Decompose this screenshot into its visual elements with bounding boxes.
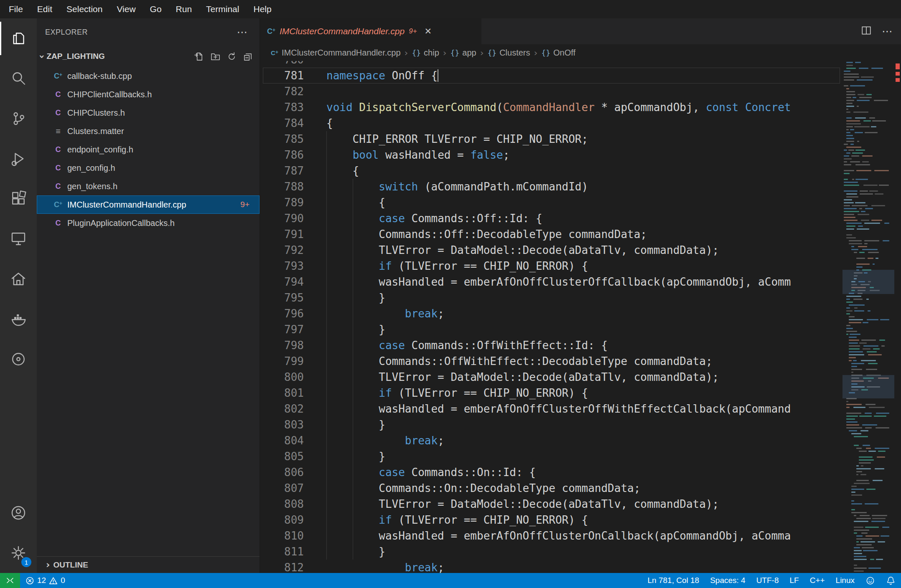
code-line[interactable]: 799 Commands::OffWithEffect::DecodableTy…	[260, 353, 842, 369]
activity-accounts[interactable]	[0, 493, 37, 533]
code-line[interactable]: 800 TLVError = DataModel::Decode(aDataTl…	[260, 369, 842, 385]
sidebar-title: EXPLORER	[45, 28, 88, 37]
breadcrumb-item[interactable]: {}chip	[412, 48, 439, 58]
code-line[interactable]: 797 }	[260, 322, 842, 337]
activity-source-control[interactable]	[0, 99, 37, 139]
new-file-icon[interactable]	[194, 52, 204, 61]
file-item[interactable]: Cgen_config.h	[37, 159, 260, 177]
indentation[interactable]: Spaces: 4	[705, 573, 751, 588]
code-line[interactable]: 806 case Commands::On::Id: {	[260, 464, 842, 480]
code-line[interactable]: 793 if (TLVError == CHIP_NO_ERROR) {	[260, 258, 842, 274]
remote-os[interactable]: Linux	[830, 573, 860, 588]
code-line[interactable]: 780	[260, 61, 842, 68]
menu-file[interactable]: File	[2, 0, 30, 18]
menu-terminal[interactable]: Terminal	[199, 0, 246, 18]
code-line[interactable]: 804 break;	[260, 433, 842, 449]
remote-indicator[interactable]	[0, 573, 20, 588]
menu-view[interactable]: View	[109, 0, 143, 18]
activity-run-debug[interactable]	[0, 139, 37, 179]
activity-extension-target[interactable]	[0, 339, 37, 379]
collapse-folders-icon[interactable]	[243, 52, 253, 61]
code-line[interactable]: 794 wasHandled = emberAfOnOffClusterOffC…	[260, 274, 842, 290]
code-line[interactable]: 783void DispatchServerCommand(CommandHan…	[260, 99, 842, 115]
file-item[interactable]: Cendpoint_config.h	[37, 140, 260, 159]
activity-extensions[interactable]	[0, 179, 37, 219]
new-folder-icon[interactable]	[211, 52, 220, 61]
feedback-smiley-icon[interactable]	[860, 573, 881, 588]
code-line[interactable]: 784{	[260, 115, 842, 131]
code-line[interactable]: 782	[260, 84, 842, 99]
code-line[interactable]: 788 switch (aCommandPath.mCommandId)	[260, 179, 842, 195]
breadcrumb-item[interactable]: {}Clusters	[487, 48, 530, 58]
menu-run[interactable]: Run	[169, 0, 199, 18]
problems-indicator[interactable]: 12 0	[20, 573, 71, 588]
file-item[interactable]: CCHIPClientCallbacks.h	[37, 85, 260, 104]
activity-settings[interactable]: 1	[0, 533, 37, 573]
status-left: 12 0	[0, 573, 71, 588]
breadcrumb-item[interactable]: C+IMClusterCommandHandler.cpp	[270, 48, 401, 58]
code-line[interactable]: 810 wasHandled = emberAfOnOffClusterOnCa…	[260, 528, 842, 544]
line-number: 803	[260, 417, 323, 433]
outline-section[interactable]: › OUTLINE	[37, 556, 260, 573]
code-line[interactable]: 812 break;	[260, 560, 842, 573]
menu-help[interactable]: Help	[246, 0, 278, 18]
encoding[interactable]: UTF-8	[751, 573, 784, 588]
folder-section-header[interactable]: › ZAP_LIGHTING	[37, 46, 260, 67]
code-line[interactable]: 801 if (TLVError == CHIP_NO_ERROR) {	[260, 385, 842, 401]
file-item[interactable]: Cgen_tokens.h	[37, 177, 260, 195]
breadcrumb[interactable]: C+IMClusterCommandHandler.cpp›{}chip›{}a…	[260, 44, 901, 61]
menu-go[interactable]: Go	[143, 0, 169, 18]
code-line[interactable]: 807 Commands::On::DecodableType commandD…	[260, 480, 842, 496]
editor-more-icon[interactable]: ⋯	[882, 25, 893, 38]
minimap[interactable]	[842, 61, 894, 573]
file-item[interactable]: CPluginApplicationCallbacks.h	[37, 214, 260, 232]
line-number: 791	[260, 226, 323, 242]
notifications-bell-icon[interactable]	[881, 573, 901, 588]
code-line[interactable]: 805 }	[260, 449, 842, 464]
code-line[interactable]: 795 }	[260, 290, 842, 306]
code-line[interactable]: 789 {	[260, 195, 842, 210]
files-icon	[10, 30, 27, 47]
eol-selector[interactable]: LF	[784, 573, 804, 588]
overview-ruler[interactable]	[894, 61, 901, 573]
code-line[interactable]: 786 bool wasHandled = false;	[260, 147, 842, 163]
code-line[interactable]: 790 case Commands::Off::Id: {	[260, 210, 842, 226]
code-line[interactable]: 796 break;	[260, 306, 842, 322]
code-line[interactable]: 803 }	[260, 417, 842, 433]
code-text: TLVError = DataModel::Decode(aDataTlv, c…	[323, 496, 719, 512]
menu-selection[interactable]: Selection	[59, 0, 109, 18]
language-mode[interactable]: C++	[804, 573, 830, 588]
activity-docker[interactable]	[0, 299, 37, 339]
refresh-explorer-icon[interactable]	[227, 52, 237, 61]
file-item[interactable]: CCHIPClusters.h	[37, 104, 260, 122]
cursor-position[interactable]: Ln 781, Col 18	[642, 573, 705, 588]
code-line[interactable]: 811 }	[260, 544, 842, 560]
code-line[interactable]: 798 case Commands::OffWithEffect::Id: {	[260, 337, 842, 353]
activity-remote-explorer[interactable]	[0, 219, 37, 259]
code-line[interactable]: 792 TLVError = DataModel::Decode(aDataTl…	[260, 242, 842, 258]
close-icon[interactable]: ✕	[425, 26, 432, 36]
tab-imclustercommandhandler[interactable]: C+ IMClusterCommandHandler.cpp 9+ ✕	[260, 18, 481, 44]
activity-search[interactable]	[0, 58, 37, 99]
line-number: 798	[260, 337, 323, 353]
breadcrumb-item[interactable]: {}app	[450, 48, 476, 58]
file-item[interactable]: C+IMClusterCommandHandler.cpp9+	[37, 195, 260, 214]
file-item[interactable]: ≡Clusters.matter	[37, 122, 260, 140]
line-number: 804	[260, 433, 323, 449]
split-editor-icon[interactable]	[861, 25, 872, 38]
code-line[interactable]: 809 if (TLVError == CHIP_NO_ERROR) {	[260, 512, 842, 528]
menu-edit[interactable]: Edit	[30, 0, 59, 18]
views-more-icon[interactable]: ⋯	[237, 26, 248, 39]
code-line[interactable]: 781namespace OnOff {	[260, 68, 842, 84]
code-editor[interactable]: 780781namespace OnOff {782783void Dispat…	[260, 61, 901, 573]
code-line[interactable]: 808 TLVError = DataModel::Decode(aDataTl…	[260, 496, 842, 512]
file-item[interactable]: C+callback-stub.cpp	[37, 67, 260, 85]
activity-explorer[interactable]	[0, 18, 37, 58]
code-line[interactable]: 785 CHIP_ERROR TLVError = CHIP_NO_ERROR;	[260, 131, 842, 147]
code-line[interactable]: 791 Commands::Off::DecodableType command…	[260, 226, 842, 242]
breadcrumb-item[interactable]: {}OnOff	[541, 48, 575, 58]
code-line[interactable]: 802 wasHandled = emberAfOnOffClusterOffW…	[260, 401, 842, 417]
code-line[interactable]: 787 {	[260, 163, 842, 179]
activity-home[interactable]	[0, 259, 37, 299]
line-number: 805	[260, 449, 323, 464]
